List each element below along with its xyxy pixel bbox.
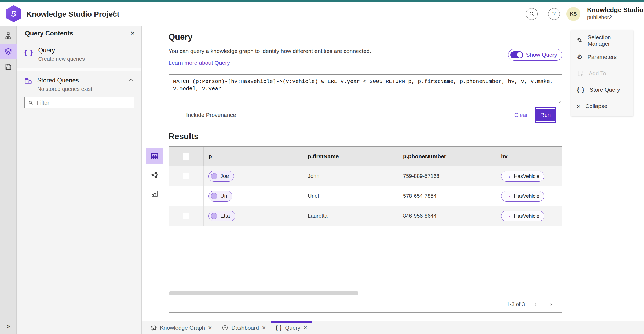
bottom-tab-bar: Knowledge Graph ✕ Dashboard ✕ { } Query … bbox=[142, 321, 644, 334]
results-view-switcher bbox=[146, 148, 163, 202]
tab-label: Dashboard bbox=[231, 325, 259, 331]
query-textarea[interactable]: MATCH (p:Person)-[hv:HasVehicle]->(v:Veh… bbox=[169, 75, 562, 105]
rail-item-queries[interactable] bbox=[0, 44, 17, 59]
tab-knowledge-graph[interactable]: Knowledge Graph ✕ bbox=[145, 321, 217, 334]
gear-icon: ⚙ bbox=[577, 54, 583, 60]
node-dot-icon bbox=[211, 193, 217, 199]
arrow-right-icon: → bbox=[506, 213, 511, 219]
knowledge-graph-icon bbox=[150, 324, 157, 331]
select-all-checkbox[interactable] bbox=[183, 153, 189, 160]
rail-item-lineage[interactable] bbox=[0, 28, 17, 44]
include-provenance-checkbox[interactable] bbox=[176, 112, 182, 118]
edge-pill[interactable]: →HasVehicle bbox=[501, 191, 544, 202]
person-node-pill[interactable]: Etta bbox=[208, 211, 235, 221]
table-view-button[interactable] bbox=[146, 148, 163, 164]
sidebar-item-stored-queries[interactable]: Stored Queries No stored queries exist bbox=[24, 77, 134, 92]
avatar-initials: KS bbox=[570, 11, 577, 17]
row-checkbox[interactable] bbox=[183, 173, 189, 179]
braces-icon: { } bbox=[577, 86, 585, 93]
edge-label: HasVehicle bbox=[514, 213, 539, 219]
sidebar-item-query[interactable]: { } Query Create new queries bbox=[17, 41, 141, 68]
pagination-range: 1-3 of 3 bbox=[507, 301, 525, 307]
sidebar-item-subtitle: Create new queries bbox=[38, 56, 85, 62]
search-button[interactable] bbox=[526, 8, 538, 20]
hierarchy-icon bbox=[5, 32, 12, 39]
resize-grip-icon[interactable] bbox=[558, 100, 561, 104]
stored-queries-subtitle: No stored queries exist bbox=[37, 86, 123, 92]
row-checkbox[interactable] bbox=[183, 193, 189, 199]
column-header-phonenumber[interactable]: p.phoneNumber bbox=[398, 147, 496, 166]
menu-item-selection-manager[interactable]: Selection Manager bbox=[571, 32, 633, 49]
app-logo-icon bbox=[6, 5, 21, 22]
tab-query[interactable]: { } Query ✕ bbox=[271, 321, 312, 334]
person-node-pill[interactable]: Uri bbox=[208, 191, 232, 202]
braces-icon: { } bbox=[24, 48, 33, 57]
menu-item-label: Store Query bbox=[590, 87, 620, 93]
menu-item-store-query[interactable]: { } Store Query bbox=[571, 81, 633, 98]
search-icon bbox=[28, 100, 34, 106]
table-icon bbox=[151, 152, 159, 160]
edge-pill[interactable]: →HasVehicle bbox=[501, 211, 544, 221]
table-row: Etta Lauretta 846-956-8644 →HasVehicle bbox=[169, 206, 562, 226]
node-dot-icon bbox=[211, 173, 217, 179]
rail-item-save[interactable] bbox=[0, 59, 17, 75]
tab-label: Query bbox=[285, 325, 300, 331]
close-tab-icon[interactable]: ✕ bbox=[303, 325, 307, 330]
tab-dashboard[interactable]: Dashboard ✕ bbox=[217, 321, 271, 334]
column-header-hv[interactable]: hv bbox=[496, 147, 562, 166]
query-editor-footer: Include Provenance Clear Run bbox=[169, 106, 562, 124]
column-header-p[interactable]: p bbox=[204, 147, 303, 166]
chevron-left-icon bbox=[533, 301, 539, 307]
chevron-up-icon[interactable] bbox=[128, 77, 134, 83]
dashboard-gauge-icon bbox=[222, 324, 228, 331]
clear-button[interactable]: Clear bbox=[511, 109, 531, 121]
cell-firstname: John bbox=[303, 166, 398, 186]
top-brand-strip bbox=[0, 0, 644, 2]
double-chevron-icon: » bbox=[577, 102, 580, 110]
menu-item-parameters[interactable]: ⚙ Parameters bbox=[571, 49, 633, 65]
horizontal-scrollbar[interactable] bbox=[169, 291, 358, 295]
run-button[interactable]: Run bbox=[535, 107, 556, 123]
sidebar-item-title: Query bbox=[38, 47, 85, 54]
close-tab-icon[interactable]: ✕ bbox=[208, 325, 212, 330]
main-content: Query You can query a knowledge graph to… bbox=[142, 26, 644, 321]
edge-pill[interactable]: →HasVehicle bbox=[501, 171, 544, 182]
close-tab-icon[interactable]: ✕ bbox=[262, 325, 266, 330]
menu-item-label: Collapse bbox=[585, 103, 607, 109]
cell-firstname: Uriel bbox=[303, 186, 398, 206]
save-icon bbox=[5, 63, 12, 71]
graph-view-button[interactable] bbox=[146, 167, 163, 183]
edit-title-button[interactable] bbox=[108, 9, 118, 19]
avatar[interactable]: KS bbox=[566, 7, 580, 21]
add-to-icon bbox=[577, 70, 584, 77]
toggle-switch bbox=[510, 51, 523, 58]
stored-queries-section: Stored Queries No stored queries exist bbox=[17, 71, 141, 115]
panel-section-gap bbox=[17, 68, 141, 71]
close-panel-button[interactable]: ✕ bbox=[130, 30, 135, 36]
user-role: publisher2 bbox=[587, 14, 643, 20]
arrow-right-icon: → bbox=[506, 173, 511, 179]
table-row: Uri Uriel 578-654-7854 →HasVehicle bbox=[169, 186, 562, 206]
page-title: Query bbox=[169, 32, 193, 42]
stored-queries-title: Stored Queries bbox=[37, 77, 123, 84]
expand-rail-button[interactable]: » bbox=[0, 322, 17, 330]
show-query-toggle[interactable]: Show Query bbox=[508, 49, 562, 61]
previous-page-button[interactable] bbox=[532, 300, 540, 308]
menu-item-label: Parameters bbox=[588, 54, 617, 60]
row-checkbox[interactable] bbox=[183, 213, 189, 219]
person-node-pill[interactable]: Joe bbox=[208, 171, 234, 182]
query-description: You can query a knowledge graph to ident… bbox=[169, 48, 371, 54]
help-button[interactable]: ? bbox=[548, 8, 560, 20]
column-header-firstname[interactable]: p.firstName bbox=[303, 147, 398, 166]
learn-more-link[interactable]: Learn more about Query bbox=[169, 60, 230, 66]
user-info: Knowledge Studio publisher2 bbox=[587, 6, 643, 20]
filter-input[interactable] bbox=[37, 99, 130, 106]
braces-icon: { } bbox=[276, 325, 282, 331]
map-view-button[interactable] bbox=[146, 185, 163, 202]
include-provenance-label: Include Provenance bbox=[186, 112, 236, 118]
tab-label: Knowledge Graph bbox=[160, 325, 205, 331]
folder-icon bbox=[24, 77, 32, 85]
menu-item-collapse[interactable]: » Collapse bbox=[571, 98, 633, 114]
next-page-button[interactable] bbox=[547, 300, 555, 308]
query-actions-menu: Selection Manager ⚙ Parameters Add To { … bbox=[571, 30, 633, 116]
